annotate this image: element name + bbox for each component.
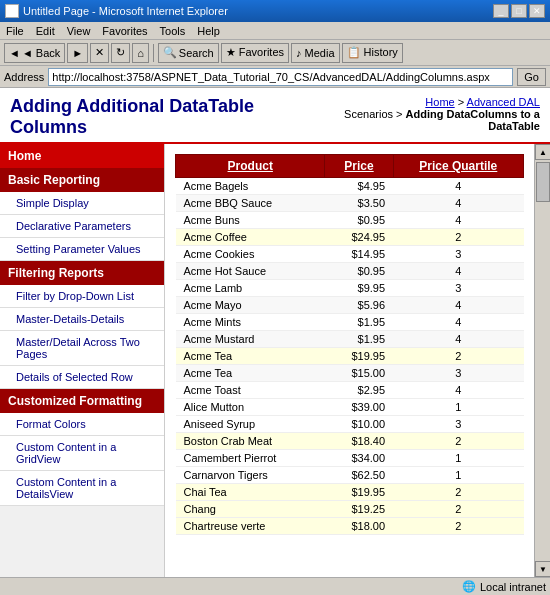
table-row[interactable]: Chang $19.25 2 xyxy=(176,501,524,518)
table-row[interactable]: Alice Mutton $39.00 1 xyxy=(176,399,524,416)
menu-edit[interactable]: Edit xyxy=(34,25,57,37)
column-price[interactable]: Price xyxy=(325,155,393,178)
table-row[interactable]: Acme Coffee $24.95 2 xyxy=(176,229,524,246)
window-title: Untitled Page - Microsoft Internet Explo… xyxy=(23,5,489,17)
stop-button[interactable]: ✕ xyxy=(90,43,109,63)
breadcrumb-current: Adding DataColumns to a DataTable xyxy=(406,108,540,132)
cell-price: $18.40 xyxy=(325,433,393,450)
cell-product: Acme Hot Sauce xyxy=(176,263,325,280)
cell-price: $34.00 xyxy=(325,450,393,467)
sidebar-item-details-selected-row[interactable]: Details of Selected Row xyxy=(0,366,164,389)
search-button[interactable]: 🔍 Search xyxy=(158,43,219,63)
breadcrumb: Home > Advanced DAL Scenarios > Adding D… xyxy=(310,96,540,132)
table-row[interactable]: Carnarvon Tigers $62.50 1 xyxy=(176,467,524,484)
status-bar: 🌐 Local intranet xyxy=(0,577,550,595)
sidebar-item-master-details[interactable]: Master-Details-Details xyxy=(0,308,164,331)
table-row[interactable]: Acme Tea $19.95 2 xyxy=(176,348,524,365)
table-row[interactable]: Acme Buns $0.95 4 xyxy=(176,212,524,229)
cell-quartile: 2 xyxy=(393,348,523,365)
menu-view[interactable]: View xyxy=(65,25,93,37)
close-button[interactable]: ✕ xyxy=(529,4,545,18)
scrollbar[interactable]: ▲ ▼ xyxy=(534,144,550,577)
cell-quartile: 1 xyxy=(393,450,523,467)
cell-price: $18.00 xyxy=(325,518,393,535)
cell-product: Chartreuse verte xyxy=(176,518,325,535)
cell-price: $0.95 xyxy=(325,263,393,280)
cell-product: Carnarvon Tigers xyxy=(176,467,325,484)
menu-favorites[interactable]: Favorites xyxy=(100,25,149,37)
sidebar-item-filter-dropdown[interactable]: Filter by Drop-Down List xyxy=(0,285,164,308)
sidebar-item-setting-parameter-values[interactable]: Setting Parameter Values xyxy=(0,238,164,261)
history-button[interactable]: 📋 History xyxy=(342,43,403,63)
scroll-thumb[interactable] xyxy=(536,162,550,202)
cell-quartile: 1 xyxy=(393,467,523,484)
table-row[interactable]: Camembert Pierrot $34.00 1 xyxy=(176,450,524,467)
cell-quartile: 4 xyxy=(393,263,523,280)
sidebar-item-simple-display[interactable]: Simple Display xyxy=(0,192,164,215)
cell-quartile: 4 xyxy=(393,212,523,229)
minimize-button[interactable]: _ xyxy=(493,4,509,18)
cell-price: $4.95 xyxy=(325,178,393,195)
cell-product: Chai Tea xyxy=(176,484,325,501)
media-button[interactable]: ♪ Media xyxy=(291,43,340,63)
table-row[interactable]: Acme Hot Sauce $0.95 4 xyxy=(176,263,524,280)
cell-price: $3.50 xyxy=(325,195,393,212)
table-row[interactable]: Chai Tea $19.95 2 xyxy=(176,484,524,501)
two-column-layout: Home Basic Reporting Simple Display Decl… xyxy=(0,144,550,577)
maximize-button[interactable]: □ xyxy=(511,4,527,18)
home-button[interactable]: ⌂ xyxy=(132,43,149,63)
cell-quartile: 4 xyxy=(393,331,523,348)
favorites-button[interactable]: ★ Favorites xyxy=(221,43,289,63)
cell-quartile: 2 xyxy=(393,484,523,501)
cell-product: Acme Cookies xyxy=(176,246,325,263)
breadcrumb-section[interactable]: Advanced DAL xyxy=(467,96,540,108)
separator xyxy=(153,44,154,62)
scroll-down-arrow[interactable]: ▼ xyxy=(535,561,550,577)
cell-quartile: 4 xyxy=(393,297,523,314)
sidebar-item-declarative-parameters[interactable]: Declarative Parameters xyxy=(0,215,164,238)
sidebar-item-custom-gridview[interactable]: Custom Content in a GridView xyxy=(0,436,164,471)
table-row[interactable]: Acme Cookies $14.95 3 xyxy=(176,246,524,263)
page-title: Adding Additional DataTable Columns xyxy=(10,96,310,138)
table-row[interactable]: Acme Tea $15.00 3 xyxy=(176,365,524,382)
cell-price: $5.96 xyxy=(325,297,393,314)
scroll-up-arrow[interactable]: ▲ xyxy=(535,144,550,160)
content-area: Product Price Price Quartile Acme Bagels… xyxy=(165,144,534,577)
sidebar-item-custom-detailsview[interactable]: Custom Content in a DetailsView xyxy=(0,471,164,506)
go-button[interactable]: Go xyxy=(517,68,546,86)
cell-product: Chang xyxy=(176,501,325,518)
table-row[interactable]: Acme Mayo $5.96 4 xyxy=(176,297,524,314)
window-controls[interactable]: _ □ ✕ xyxy=(493,4,545,18)
cell-product: Acme Tea xyxy=(176,365,325,382)
back-button[interactable]: ◄ ◄ Back xyxy=(4,43,65,63)
table-row[interactable]: Acme Toast $2.95 4 xyxy=(176,382,524,399)
table-row[interactable]: Acme Mints $1.95 4 xyxy=(176,314,524,331)
menu-help[interactable]: Help xyxy=(195,25,222,37)
cell-product: Camembert Pierrot xyxy=(176,450,325,467)
address-input[interactable] xyxy=(48,68,513,86)
sidebar-home[interactable]: Home xyxy=(0,144,164,168)
sidebar-item-format-colors[interactable]: Format Colors xyxy=(0,413,164,436)
column-product[interactable]: Product xyxy=(176,155,325,178)
cell-quartile: 2 xyxy=(393,501,523,518)
table-row[interactable]: Acme Mustard $1.95 4 xyxy=(176,331,524,348)
table-body: Acme Bagels $4.95 4 Acme BBQ Sauce $3.50… xyxy=(176,178,524,535)
zone-icon: 🌐 xyxy=(462,580,476,593)
forward-button[interactable]: ► xyxy=(67,43,88,63)
table-row[interactable]: Acme BBQ Sauce $3.50 4 xyxy=(176,195,524,212)
table-row[interactable]: Aniseed Syrup $10.00 3 xyxy=(176,416,524,433)
breadcrumb-home[interactable]: Home xyxy=(425,96,454,108)
column-price-quartile[interactable]: Price Quartile xyxy=(393,155,523,178)
menu-tools[interactable]: Tools xyxy=(158,25,188,37)
table-row[interactable]: Boston Crab Meat $18.40 2 xyxy=(176,433,524,450)
table-row[interactable]: Acme Bagels $4.95 4 xyxy=(176,178,524,195)
menu-file[interactable]: File xyxy=(4,25,26,37)
title-bar: e Untitled Page - Microsoft Internet Exp… xyxy=(0,0,550,22)
table-row[interactable]: Chartreuse verte $18.00 2 xyxy=(176,518,524,535)
refresh-button[interactable]: ↻ xyxy=(111,43,130,63)
table-row[interactable]: Acme Lamb $9.95 3 xyxy=(176,280,524,297)
cell-product: Acme BBQ Sauce xyxy=(176,195,325,212)
sidebar-section-filtering: Filtering Reports xyxy=(0,261,164,285)
sidebar-item-master-detail-pages[interactable]: Master/Detail Across Two Pages xyxy=(0,331,164,366)
toolbar: ◄ ◄ Back ► ✕ ↻ ⌂ 🔍 Search ★ Favorites ♪ … xyxy=(0,40,550,66)
